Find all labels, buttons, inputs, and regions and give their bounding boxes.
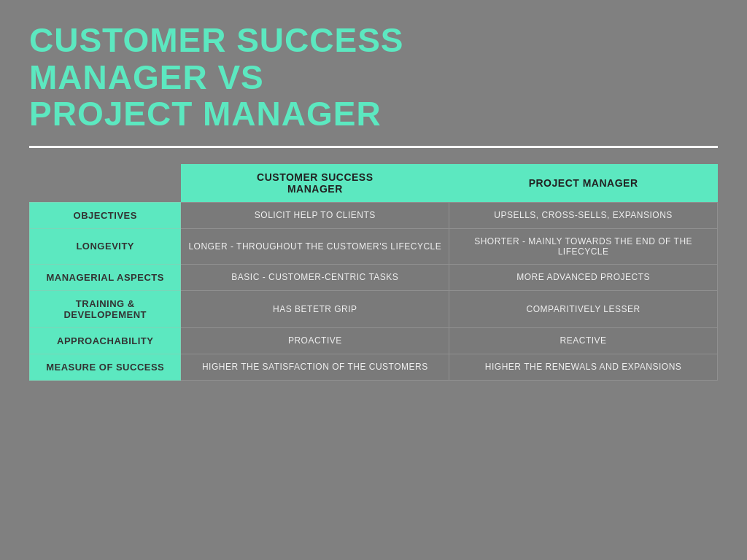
row-label-3: TRAINING & DEVELOPEMENT <box>30 290 181 327</box>
table-row: MANAGERIAL ASPECTSBASIC - CUSTOMER-CENTR… <box>30 264 718 290</box>
divider <box>29 146 718 148</box>
row-label-5: MEASURE OF SUCCESS <box>30 354 181 380</box>
page-container: CUSTOMER SUCCESSMANAGER VSPROJECT MANAGE… <box>0 0 747 560</box>
table-row: TRAINING & DEVELOPEMENTHAS BETETR GRIPCO… <box>30 290 718 327</box>
page-title: CUSTOMER SUCCESSMANAGER VSPROJECT MANAGE… <box>29 22 718 133</box>
table-wrapper: CUSTOMER SUCCESSMANAGER PROJECT MANAGER … <box>29 164 718 545</box>
row-csm-3: HAS BETETR GRIP <box>181 290 449 327</box>
row-label-1: LONGEVITY <box>30 228 181 264</box>
row-pm-3: COMPARITIVELY LESSER <box>449 290 718 327</box>
header-row: CUSTOMER SUCCESSMANAGER PROJECT MANAGER <box>30 164 718 203</box>
row-pm-0: UPSELLS, CROSS-SELLS, EXPANSIONS <box>449 202 718 228</box>
table-row: LONGEVITYLONGER - THROUGHOUT THE CUSTOME… <box>30 228 718 264</box>
row-pm-5: HIGHER THE RENEWALS AND EXPANSIONS <box>449 354 718 380</box>
table-row: MEASURE OF SUCCESSHIGHER THE SATISFACTIO… <box>30 354 718 380</box>
row-csm-1: LONGER - THROUGHOUT THE CUSTOMER'S LIFEC… <box>181 228 449 264</box>
table-row: APPROACHABILITYPROACTIVEREACTIVE <box>30 327 718 354</box>
row-pm-4: REACTIVE <box>449 327 718 354</box>
comparison-table: CUSTOMER SUCCESSMANAGER PROJECT MANAGER … <box>29 164 718 381</box>
row-csm-5: HIGHER THE SATISFACTION OF THE CUSTOMERS <box>181 354 449 380</box>
header-pm-cell: PROJECT MANAGER <box>449 164 718 203</box>
row-label-0: OBJECTIVES <box>30 202 181 228</box>
row-csm-2: BASIC - CUSTOMER-CENTRIC TASKS <box>181 264 449 290</box>
table-row: OBJECTIVESSOLICIT HELP TO CLIENTSUPSELLS… <box>30 202 718 228</box>
row-label-2: MANAGERIAL ASPECTS <box>30 264 181 290</box>
row-pm-2: MORE ADVANCED PROJECTS <box>449 264 718 290</box>
row-csm-4: PROACTIVE <box>181 327 449 354</box>
row-label-4: APPROACHABILITY <box>30 327 181 354</box>
row-pm-1: SHORTER - MAINLY TOWARDS THE END OF THE … <box>449 228 718 264</box>
header-csm-cell: CUSTOMER SUCCESSMANAGER <box>181 164 449 203</box>
row-csm-0: SOLICIT HELP TO CLIENTS <box>181 202 449 228</box>
header-label-cell <box>30 164 181 203</box>
